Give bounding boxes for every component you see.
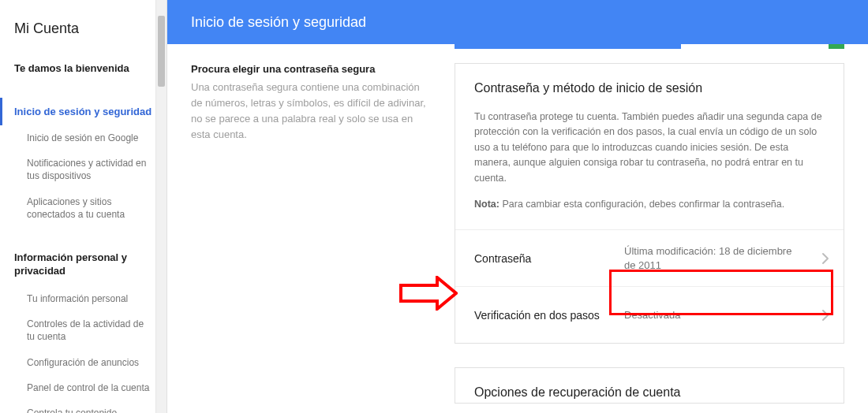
sidebar-scrollbar-thumb[interactable] (158, 16, 165, 87)
sidebar-sub-your-info[interactable]: Tu información personal (0, 286, 166, 311)
sidebar-sub-ad-settings[interactable]: Configuración de anuncios (0, 350, 166, 375)
card-description: Tu contraseña protege tu cuenta. También… (474, 110, 825, 186)
sidebar: Mi Cuenta Te damos la bienvenida Inicio … (0, 0, 167, 413)
sidebar-sub-connected-apps[interactable]: Aplicaciones y sitios conectados a tu cu… (0, 189, 166, 227)
tip-title: Procura elegir una contraseña segura (191, 63, 428, 75)
password-last-modified: Última modificación: 18 de diciembre de … (624, 244, 825, 273)
sidebar-item-security[interactable]: Inicio de sesión y seguridad (0, 98, 166, 125)
sidebar-sub-control-content[interactable]: Controla tu contenido (0, 400, 166, 413)
note-text: Para cambiar esta configuración, debes c… (499, 199, 784, 210)
password-row[interactable]: Contraseña Última modificación: 18 de di… (455, 229, 844, 286)
cards-column: Contraseña y método de inicio de sesión … (455, 63, 844, 413)
top-color-fragment (455, 44, 844, 49)
chevron-right-icon (821, 309, 829, 322)
note-label: Nota: (474, 199, 499, 210)
sidebar-title: Mi Cuenta (0, 0, 166, 54)
chevron-right-icon (821, 252, 829, 265)
card-title: Contraseña y método de inicio de sesión (474, 81, 825, 95)
password-label: Contraseña (474, 252, 624, 265)
tip-column: Procura elegir una contraseña segura Una… (191, 63, 428, 413)
two-step-status: Desactivada (624, 308, 825, 322)
sidebar-sub-notifications[interactable]: Notificaciones y actividad en tus dispos… (0, 151, 166, 188)
tip-body: Una contraseña segura contiene una combi… (191, 80, 428, 143)
content-area: Procura elegir una contraseña segura Una… (167, 44, 868, 413)
two-step-label: Verificación en dos pasos (474, 309, 624, 322)
sidebar-sub-activity-controls[interactable]: Controles de la actividad de tu cuenta (0, 311, 166, 349)
card-note: Nota: Para cambiar esta configuración, d… (474, 197, 825, 212)
page-title: Inicio de sesión y seguridad (191, 14, 366, 31)
sidebar-item-personal-info[interactable]: Información personal y privacidad (0, 243, 166, 286)
sidebar-sub-dashboard[interactable]: Panel de control de la cuenta (0, 375, 166, 400)
page-header: Inicio de sesión y seguridad (167, 0, 868, 44)
sidebar-sub-google-signin[interactable]: Inicio de sesión en Google (0, 125, 166, 151)
sidebar-item-welcome[interactable]: Te damos la bienvenida (0, 54, 166, 82)
sidebar-scrollbar[interactable] (155, 0, 166, 413)
two-step-row[interactable]: Verificación en dos pasos Desactivada (455, 286, 844, 343)
signin-method-card: Contraseña y método de inicio de sesión … (455, 63, 844, 344)
recovery-card-title: Opciones de recuperación de cuenta (474, 385, 825, 400)
recovery-options-card: Opciones de recuperación de cuenta (455, 367, 844, 404)
